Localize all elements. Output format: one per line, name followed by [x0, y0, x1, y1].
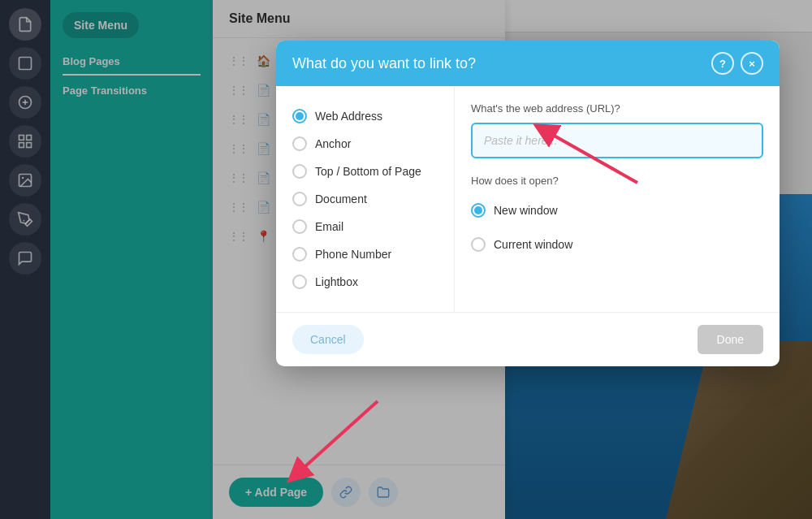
modal-title: What do you want to link to?: [292, 55, 476, 72]
radio-anchor: [292, 136, 307, 151]
url-input[interactable]: [471, 123, 763, 158]
radio-current-window: [471, 237, 486, 252]
top-bottom-label: Top / Bottom of Page: [315, 165, 421, 178]
radio-phone: [292, 247, 307, 262]
email-label: Email: [315, 220, 343, 233]
link-type-email[interactable]: Email: [292, 213, 438, 240]
modal-body: Web Address Anchor Top / Bottom of Page …: [276, 86, 780, 312]
radio-web-address: [292, 109, 307, 123]
modal-help-icon[interactable]: ?: [711, 52, 734, 75]
url-label: What's the web address (URL)?: [471, 102, 763, 115]
open-new-window[interactable]: New window: [471, 197, 763, 224]
lightbox-label: Lightbox: [315, 275, 358, 288]
anchor-label: Anchor: [315, 137, 351, 150]
new-window-label: New window: [494, 204, 558, 217]
link-modal: What do you want to link to? ? × Web Add…: [276, 41, 780, 366]
document-label: Document: [315, 192, 367, 205]
radio-new-window: [471, 203, 486, 218]
modal-header: What do you want to link to? ? ×: [276, 41, 780, 86]
modal-close-icon[interactable]: ×: [741, 52, 763, 75]
link-type-phone[interactable]: Phone Number: [292, 240, 438, 268]
link-type-lightbox[interactable]: Lightbox: [292, 268, 438, 296]
cancel-button[interactable]: Cancel: [292, 325, 364, 354]
link-type-web-address[interactable]: Web Address: [292, 102, 438, 130]
modal-link-types: Web Address Anchor Top / Bottom of Page …: [276, 86, 455, 312]
link-type-top-bottom[interactable]: Top / Bottom of Page: [292, 158, 438, 185]
current-window-label: Current window: [494, 238, 572, 251]
web-address-label: Web Address: [315, 110, 382, 123]
link-type-anchor[interactable]: Anchor: [292, 130, 438, 158]
open-current-window[interactable]: Current window: [471, 231, 763, 258]
radio-email: [292, 219, 307, 234]
radio-top-bottom: [292, 164, 307, 179]
phone-label: Phone Number: [315, 248, 391, 261]
open-options: New window Current window: [471, 197, 763, 258]
radio-document: [292, 192, 307, 206]
link-type-document[interactable]: Document: [292, 185, 438, 213]
modal-url-section: What's the web address (URL)? How does i…: [455, 86, 780, 312]
radio-lightbox: [292, 275, 307, 289]
done-button[interactable]: Done: [698, 325, 763, 354]
modal-footer: Cancel Done: [276, 312, 780, 366]
modal-header-icons: ? ×: [711, 52, 763, 75]
open-label: How does it open?: [471, 175, 763, 187]
